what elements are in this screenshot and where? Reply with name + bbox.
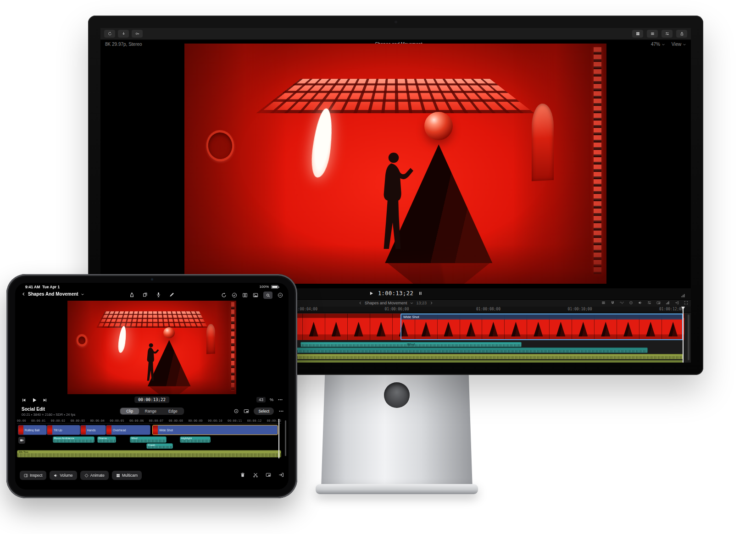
audio-clip[interactable]: Crash <box>146 443 173 449</box>
playhead[interactable] <box>683 307 684 363</box>
ipad-timeline-ruler[interactable]: 00:0000:00:0100:00:0200:00:0300:00:0400:… <box>17 419 281 424</box>
edit-mode-segmented-control: Clip Range Edge <box>120 407 184 415</box>
timeline-scrollbar[interactable] <box>688 314 689 360</box>
ruler-label: 00:00:07 <box>149 419 163 423</box>
keywords-button[interactable] <box>132 30 143 38</box>
zoom-value[interactable]: 43 <box>256 397 266 402</box>
chevron-down-icon[interactable] <box>410 301 414 305</box>
more-icon[interactable] <box>278 397 283 402</box>
stand-cable-hole <box>384 382 410 408</box>
fcp-ipad-app: 9:41 AM Tue Apr 1 100% Shapes And Moveme… <box>15 283 289 490</box>
animate-button[interactable]: Animate <box>80 471 109 480</box>
share-icon[interactable] <box>129 292 135 297</box>
video-clip[interactable]: Hands <box>80 425 106 435</box>
selected-clip[interactable]: Wide Shot <box>400 314 683 340</box>
nav-project-title[interactable]: Shapes And Movement <box>28 292 78 297</box>
export-icon[interactable] <box>278 472 284 478</box>
chevron-down-icon[interactable] <box>81 292 84 296</box>
inspect-button[interactable]: Inspect <box>20 471 46 480</box>
media-icon[interactable] <box>253 292 258 298</box>
music-clip[interactable]: Oh Too <box>17 450 281 457</box>
timecode: 1:00:13;22 <box>378 290 413 297</box>
index-list-button[interactable] <box>647 30 658 38</box>
clip-label: Room Ambiance <box>54 437 74 440</box>
film-frame[interactable] <box>348 314 370 340</box>
blade-icon[interactable] <box>253 472 258 478</box>
timeline-zoom-scrollbar[interactable] <box>285 420 286 456</box>
video-clip[interactable]: Overhead <box>106 425 150 435</box>
columns-icon[interactable] <box>242 292 248 298</box>
overlay-icon[interactable] <box>244 408 249 414</box>
audio-clip[interactable]: Highlight <box>180 436 211 443</box>
video-clip[interactable]: Wide Shot <box>152 425 278 435</box>
audio-clip[interactable]: Room Ambiance <box>53 436 95 443</box>
magnet-icon[interactable] <box>611 301 615 305</box>
zoom-button[interactable] <box>263 292 272 299</box>
position-icon[interactable] <box>233 408 239 414</box>
display-stand <box>321 374 472 489</box>
check-circle-icon[interactable] <box>232 292 237 298</box>
minus-circle-icon[interactable] <box>278 292 283 298</box>
audio-icon[interactable] <box>638 301 642 305</box>
select-button[interactable]: Select <box>254 407 274 415</box>
segment-range[interactable]: Range <box>139 408 162 414</box>
film-frame[interactable] <box>325 314 348 340</box>
back-chevron-icon[interactable] <box>22 292 26 296</box>
video-clip[interactable]: Tilt Up <box>47 425 80 435</box>
clip-thumbnail <box>106 425 111 435</box>
chevron-right-icon[interactable] <box>429 301 433 305</box>
media-rotate-button[interactable] <box>104 30 115 38</box>
picture-in-picture-icon[interactable] <box>266 472 271 478</box>
play-icon[interactable] <box>369 291 373 296</box>
duplicate-icon[interactable] <box>143 292 148 297</box>
audio-clip[interactable] <box>238 347 648 353</box>
overlay-icon[interactable] <box>656 301 661 305</box>
sliders-icon[interactable] <box>647 301 651 305</box>
position-icon[interactable] <box>629 301 633 305</box>
zoom-fit-icon[interactable] <box>684 301 688 305</box>
pencil-icon[interactable] <box>169 292 175 297</box>
more-icon[interactable] <box>278 408 284 414</box>
audio-meters-icon[interactable] <box>681 293 685 298</box>
audio-clip[interactable]: Drama... <box>97 436 116 443</box>
film-frame[interactable] <box>370 314 393 340</box>
project-row: Social Edit 00:21 • 3840 × 2160 • SDR • … <box>15 407 289 418</box>
browser-grid-button[interactable] <box>632 30 643 38</box>
clip-label: Crash <box>148 444 155 446</box>
timeline-project-title[interactable]: Shapes and Movement <box>365 301 407 305</box>
skip-back-icon[interactable] <box>22 398 26 402</box>
trash-icon[interactable] <box>240 472 245 478</box>
ruler-label: 01:00:08;00 <box>476 307 500 311</box>
film-frame[interactable] <box>303 314 325 340</box>
skip-forward-icon[interactable] <box>43 398 47 402</box>
fcp-toolbar <box>100 28 691 40</box>
ruler-label: 00:00:01 <box>31 419 45 423</box>
timeline-duration: 13;23 <box>417 301 427 305</box>
index-icon[interactable] <box>601 301 606 305</box>
play-icon[interactable] <box>32 397 37 403</box>
segment-edge[interactable]: Edge <box>162 408 183 414</box>
share-button[interactable] <box>676 30 687 38</box>
chevron-left-icon[interactable] <box>358 301 362 305</box>
import-button[interactable] <box>118 30 129 38</box>
audio-clip[interactable]: Wind <box>300 342 522 347</box>
video-clip[interactable]: Rolling Ball <box>18 425 47 435</box>
audio-clip[interactable]: Wind <box>130 436 167 443</box>
volume-button[interactable]: Volume <box>50 471 77 480</box>
rotate-icon[interactable] <box>221 292 227 298</box>
segment-clip[interactable]: Clip <box>120 408 139 414</box>
meters-icon[interactable] <box>666 301 670 305</box>
viewer-zoom-menu[interactable]: 47% <box>651 42 665 47</box>
track-header-button[interactable] <box>18 437 25 444</box>
playhead[interactable] <box>278 419 279 458</box>
adjust-sliders-button[interactable] <box>662 30 673 38</box>
viewer-view-menu[interactable]: View <box>672 42 686 47</box>
multicam-button[interactable]: Multicam <box>112 471 142 480</box>
pause-icon[interactable] <box>418 291 422 296</box>
mic-icon[interactable] <box>156 292 161 297</box>
print-icon[interactable] <box>675 301 679 305</box>
clip-label: Wide Shot <box>401 314 682 319</box>
red-room-scene <box>184 44 606 284</box>
skim-wave-icon[interactable] <box>620 301 624 305</box>
clip-label: Rolling Ball <box>23 429 41 432</box>
